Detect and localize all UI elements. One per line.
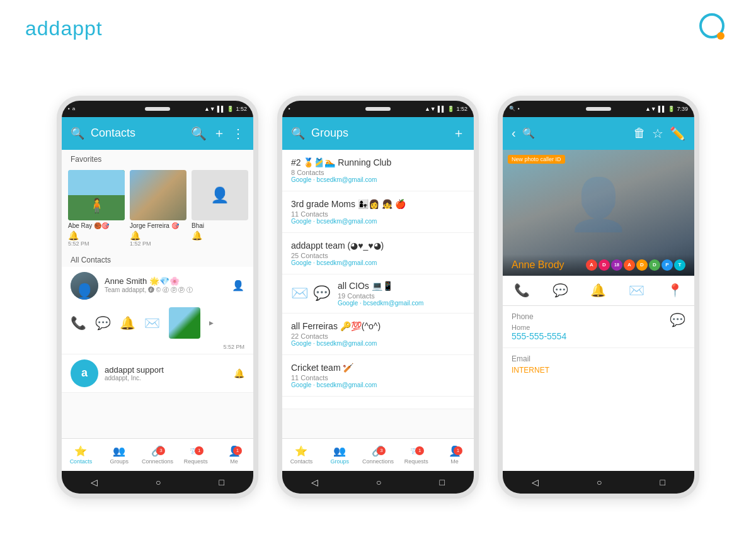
call-icon[interactable]: 📞 [71, 315, 86, 331]
phone2-status-icons: ▲▼ ▌▌ 🔋 1:52 [425, 106, 467, 112]
phone-section: Phone Home 555-555-5554 💬 [503, 306, 694, 348]
phone2-nav-connections[interactable]: 🔗 Connections 3 [359, 445, 398, 465]
nav-me[interactable]: 👤 Me 1 [215, 445, 253, 465]
nav-connections[interactable]: 🔗 Connections 3 [139, 445, 177, 465]
me-badge: 1 [233, 446, 242, 455]
cios-count: 19 Contacts [338, 292, 423, 300]
addappt-support-sub: addappt, Inc. [105, 375, 227, 382]
favorites-row: 🧍 Abe Ray 🏀🎯 🔔 5:52 PM Jorge Ferreira 🎯 [62, 166, 253, 251]
cricket-count: 11 Contacts [291, 374, 465, 382]
phone3-back-nav[interactable]: ◁ [532, 477, 539, 487]
phone1-more-icon[interactable]: ⋮ [232, 126, 244, 141]
phone3-back-icon[interactable]: ‹ [512, 126, 516, 140]
badge-d1: D [598, 259, 610, 271]
nav-requests[interactable]: 📨 Requests 1 [176, 445, 215, 465]
phone2-recent-button[interactable]: □ [440, 477, 445, 487]
phone1-add-icon[interactable]: ＋ [213, 125, 226, 142]
addappt-support-name: addappt support [105, 365, 227, 375]
detail-email-button[interactable]: ✉️ [617, 276, 656, 305]
home-button[interactable]: ○ [156, 477, 161, 487]
group-ferreiras[interactable]: all Ferreiras 🔑💯(^o^) 22 Contacts Google… [282, 314, 474, 355]
cios-email: Google · bcsedkm@gmail.com [338, 300, 423, 307]
phone2-time: 1:52 [456, 106, 467, 112]
group-all-cios[interactable]: ✉️ 💬 all CIOs 💻📱 19 Contacts Google · bc… [282, 274, 474, 314]
fav-bhai-photo: 👤 [192, 170, 248, 220]
recent-button[interactable]: □ [219, 477, 224, 487]
detail-bell-button[interactable]: 🔔 [580, 276, 618, 305]
phone2-status-bar: ▪ ▲▼ ▌▌ 🔋 1:52 [282, 101, 474, 117]
anne-smith-time: 5:52 PM [62, 344, 253, 354]
fav-jorge-photo [130, 170, 186, 220]
phone1-search-icon[interactable]: 🔍 [191, 126, 207, 141]
phone2-nav-requests[interactable]: 📨 Requests 1 [397, 445, 435, 465]
ferreiras-name: all Ferreiras 🔑💯(^o^) [291, 321, 465, 331]
phone2-nav-contacts[interactable]: ⭐ Contacts [282, 445, 321, 465]
phone2-nav-groups[interactable]: 👥 Groups [321, 445, 359, 465]
phone3-delete-icon[interactable]: 🗑 [633, 126, 646, 140]
contact-detail-actions: 📞 💬 🔔 ✉️ 📍 [503, 276, 694, 306]
group-running-club[interactable]: #2 🏅🎽🏊 Running Club 8 Contacts Google · … [282, 150, 474, 191]
addappt-support-contact[interactable]: a addappt support addappt, Inc. 🔔 [62, 354, 253, 393]
anne-smith-contact[interactable]: 👤 Anne Smith 🌟💎🌸 Team addappt, 🅐 © ⓓ ⓟ ⓟ… [62, 267, 253, 354]
ferreiras-count: 22 Contacts [291, 332, 465, 340]
email-section-title: Email [512, 354, 685, 363]
connections-badge: 3 [156, 446, 165, 455]
fav-jorge[interactable]: Jorge Ferreira 🎯 🔔 1:52 PM [130, 170, 186, 247]
phone2-bottom-nav: ⭐ Contacts 👥 Groups 🔗 Connections 3 📨 Re… [282, 438, 474, 471]
phone1-android-nav: ◁ ○ □ [62, 471, 253, 494]
nav-groups[interactable]: 👥 Groups [100, 445, 139, 465]
fav-bhai[interactable]: 👤 Bhai 🔔 [192, 170, 248, 247]
top-bar: addappt [0, 0, 756, 57]
cios-name: all CIOs 💻📱 [338, 281, 423, 291]
phone3-app-bar: ‹ 🔍 🗑 ☆ ✏️ [503, 117, 694, 150]
contact-name-bar: Anne Brody A D 18 A D D P T [503, 254, 694, 276]
fav-jorge-name: Jorge Ferreira 🎯 [130, 222, 186, 229]
fav-abe[interactable]: 🧍 Abe Ray 🏀🎯 🔔 5:52 PM [68, 170, 125, 247]
group-3rdgrade-name: 3rd grade Moms 👩‍👧👩 👧 🍎 [291, 199, 465, 209]
group-cricket[interactable]: Cricket team 🏏 11 Contacts Google · bcse… [282, 355, 474, 397]
badge-p1: D [649, 259, 660, 271]
fav-jorge-time: 1:52 PM [130, 240, 186, 247]
msg-icon[interactable]: 💬 [95, 315, 111, 331]
phone2-nav-me[interactable]: 👤 Me 1 [435, 445, 474, 465]
group-running-count: 8 Contacts [291, 169, 465, 176]
phone3-screen: Phone Home 555-555-5554 💬 Email INTERNET [503, 306, 694, 471]
phone3-search-field[interactable]: 🔍 [522, 127, 627, 139]
fav-abe-name: Abe Ray 🏀🎯 [68, 222, 125, 229]
phone2-back-button[interactable]: ◁ [311, 477, 318, 487]
addappt-support-avatar: a [71, 359, 98, 387]
phone3-home-nav[interactable]: ○ [597, 477, 602, 487]
phone3-recent-nav[interactable]: □ [660, 477, 665, 487]
anne-smith-name: Anne Smith 🌟💎🌸 [105, 276, 226, 286]
phone-type: Home [512, 324, 566, 331]
phone2-title: Groups [311, 127, 446, 140]
phone-msg-icon[interactable]: 💬 [670, 312, 685, 327]
email-section: Email INTERNET [503, 348, 694, 381]
requests-badge: 1 [195, 446, 203, 455]
anne-smith-info: Anne Smith 🌟💎🌸 Team addappt, 🅐 © ⓓ ⓟ ⓟ ⓣ [105, 276, 226, 295]
contact-detail-name: Anne Brody [512, 259, 564, 271]
fav-abe-photo: 🧍 [68, 170, 125, 220]
back-button[interactable]: ◁ [91, 477, 98, 487]
anne-smith-sub: Team addappt, 🅐 © ⓓ ⓟ ⓟ ⓣ [105, 286, 226, 295]
contact-detail-photo: 👤 New photo caller ID Anne Brody A D 18 … [503, 150, 694, 276]
detail-msg-button[interactable]: 💬 [541, 276, 580, 305]
detail-call-button[interactable]: 📞 [503, 276, 541, 305]
cios-chat-icon: 💬 [313, 285, 330, 302]
phone2-add-icon[interactable]: ＋ [452, 125, 465, 142]
all-contacts-label: All Contacts [62, 251, 253, 267]
group-addappt-team[interactable]: addappt team (◕♥_♥◕) 25 Contacts Google … [282, 233, 474, 274]
bell-icon[interactable]: 🔔 [120, 315, 135, 331]
phone2-android-nav: ◁ ○ □ [282, 471, 474, 494]
group-3rd-grade[interactable]: 3rd grade Moms 👩‍👧👩 👧 🍎 11 Contacts Goog… [282, 191, 474, 233]
phone-number[interactable]: 555-555-5554 [512, 331, 566, 341]
phone2-requests-badge: 1 [415, 446, 424, 455]
nav-contacts[interactable]: ⭐ Contacts [62, 445, 100, 465]
detail-location-button[interactable]: 📍 [656, 276, 694, 305]
email-icon[interactable]: ✉️ [144, 315, 160, 331]
phone3-star-icon[interactable]: ☆ [652, 126, 663, 141]
phone2-home-button[interactable]: ○ [376, 477, 381, 487]
phone3-edit-icon[interactable]: ✏️ [670, 126, 685, 141]
phone2-me-badge: 1 [454, 446, 462, 455]
email-type: INTERNET [512, 366, 685, 375]
